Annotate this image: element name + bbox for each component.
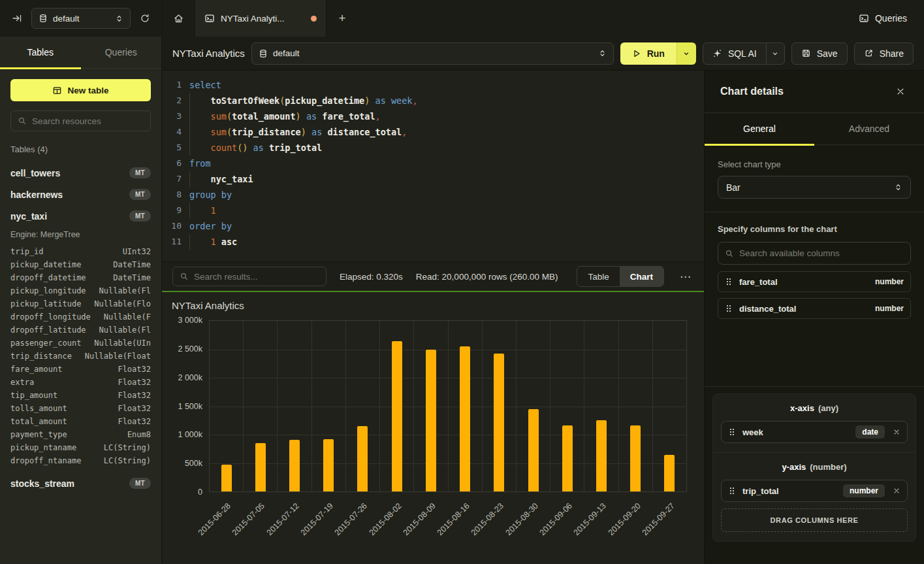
sql-editor[interactable]: 1select2 toStartOfWeek(pickup_datetime) … [162,71,704,261]
results-search[interactable] [172,267,327,286]
table-item-cell-towers[interactable]: cell_towers MT [10,162,151,184]
tab-nytaxi-analytics[interactable]: NYTaxi Analyti... [195,0,327,37]
bar[interactable] [494,354,504,491]
drag-handle-icon[interactable] [728,427,736,437]
sql-ai-caret[interactable] [766,43,784,64]
table-column-row[interactable]: fare_amountFloat32 [10,363,151,376]
results-search-input[interactable] [194,272,319,282]
drag-handle-icon[interactable] [725,304,733,313]
run-button-main[interactable]: Run [620,42,677,65]
share-button[interactable]: Share [854,42,914,65]
bar[interactable] [528,409,539,491]
x-tick-label: 2015-09-27 [641,501,677,537]
read-stat: Read: 20,000,000 rows (260.00 MB) [416,272,558,282]
line-number: 8 [167,187,182,203]
remove-column-button[interactable] [891,428,900,436]
sidebar-tab-tables[interactable]: Tables [0,37,81,68]
sql-ai-main[interactable]: SQL AI [703,43,766,64]
sidebar-table-list: Tables (4) cell_towers MT hackernews MT … [0,131,161,564]
x-tick-label: 2015-06-28 [197,501,232,537]
drag-handle-icon[interactable] [728,486,736,495]
columns-search-input[interactable] [739,248,904,258]
toggle-chart[interactable]: Chart [620,267,663,286]
x-axis-column-week[interactable]: week date [721,421,908,443]
bar[interactable] [596,420,607,491]
bar[interactable] [289,440,300,491]
code-line[interactable]: 7 nyc_taxi [167,171,704,187]
bar[interactable] [392,341,402,491]
table-column-row[interactable]: trip_idUInt32 [10,245,151,258]
bar[interactable] [323,439,334,491]
code-line[interactable]: 11 1 asc [167,234,704,250]
chevron-updown-icon [115,14,123,23]
tab-general[interactable]: General [705,113,814,144]
column-name: dropoff_ntaname [10,456,81,465]
code-line[interactable]: 8group by [167,187,704,203]
new-table-button[interactable]: New table [10,79,151,101]
bar[interactable] [460,346,470,491]
run-button[interactable]: Run [620,42,696,65]
results-more-button[interactable]: ⋯ [677,270,693,284]
table-column-row[interactable]: tip_amountFloat32 [10,389,151,402]
table-column-row[interactable]: tolls_amountFloat32 [10,402,151,415]
columns-search[interactable] [718,242,911,265]
more-icon: ⋯ [680,271,691,283]
database-selector[interactable]: default [31,8,131,29]
table-column-row[interactable]: dropoff_datetimeDateTime [10,271,151,284]
bar[interactable] [630,425,641,491]
code-line[interactable]: 5 count() as trip_total [167,140,704,156]
table-column-row[interactable]: dropoff_longitudeNullable(F [10,310,151,323]
refresh-button[interactable] [136,9,154,27]
available-column-fare-total[interactable]: fare_total number [718,271,911,292]
query-database-selector[interactable]: default [251,42,614,65]
bar[interactable] [357,426,368,491]
table-column-row[interactable]: dropoff_ntanameLC(String) [10,454,151,467]
sidebar-search[interactable] [10,110,151,131]
code-line[interactable]: 10order by [167,218,704,234]
table-column-row[interactable]: payment_typeEnum8 [10,428,151,441]
collapse-sidebar-button[interactable] [8,9,26,27]
code-line[interactable]: 2 toStartOfWeek(pickup_datetime) as week… [167,93,704,108]
column-name: passenger_count [10,339,81,348]
run-button-label: Run [647,48,665,59]
table-item-nyc-taxi[interactable]: nyc_taxi MT [10,205,151,227]
code-line[interactable]: 9 1 [167,203,704,218]
bar[interactable] [664,455,675,491]
bar[interactable] [221,465,232,491]
bar[interactable] [255,443,266,491]
code-line[interactable]: 4 sum(trip_distance) as distance_total, [167,124,704,140]
home-tab[interactable] [162,0,195,37]
table-column-row[interactable]: trip_distanceNullable(Float [10,350,151,363]
drag-handle-icon[interactable] [725,277,733,286]
table-item-hackernews[interactable]: hackernews MT [10,184,151,205]
table-column-row[interactable]: pickup_ntanameLC(String) [10,441,151,454]
table-column-row[interactable]: total_amountFloat32 [10,415,151,428]
table-column-row[interactable]: passenger_countNullable(UIn [10,337,151,350]
sidebar-tab-queries[interactable]: Queries [81,37,162,68]
y-axis-column-trip-total[interactable]: trip_total number [721,480,908,502]
table-column-row[interactable]: pickup_longitudeNullable(Fl [10,284,151,297]
table-item-stocks-stream[interactable]: stocks_stream MT [10,473,151,494]
toggle-table[interactable]: Table [577,267,619,286]
sql-ai-button[interactable]: SQL AI [703,42,785,65]
drag-columns-drop-zone[interactable]: DRAG COLUMNS HERE [721,508,908,532]
table-column-row[interactable]: pickup_datetimeDateTime [10,258,151,271]
queries-button[interactable]: Queries [859,13,907,24]
new-tab-button[interactable]: + [327,0,358,37]
table-column-row[interactable]: pickup_latitudeNullable(Flo [10,297,151,310]
table-column-row[interactable]: extraFloat32 [10,376,151,389]
table-column-row[interactable]: dropoff_latitudeNullable(Fl [10,323,151,337]
save-button[interactable]: Save [791,42,848,65]
remove-column-button[interactable] [891,487,900,495]
code-line[interactable]: 6from [167,156,704,171]
available-column-distance-total[interactable]: distance_total number [718,298,911,319]
chart-type-select[interactable]: Bar [718,176,911,199]
tab-advanced[interactable]: Advanced [814,113,924,144]
code-line[interactable]: 1select [167,77,704,93]
run-options-caret[interactable] [677,42,696,65]
bar[interactable] [426,350,436,492]
sidebar-search-input[interactable] [32,116,144,126]
code-line[interactable]: 3 sum(total_amount) as fare_total, [167,108,704,124]
bar[interactable] [562,425,573,491]
chart-panel-close-button[interactable] [893,84,908,99]
